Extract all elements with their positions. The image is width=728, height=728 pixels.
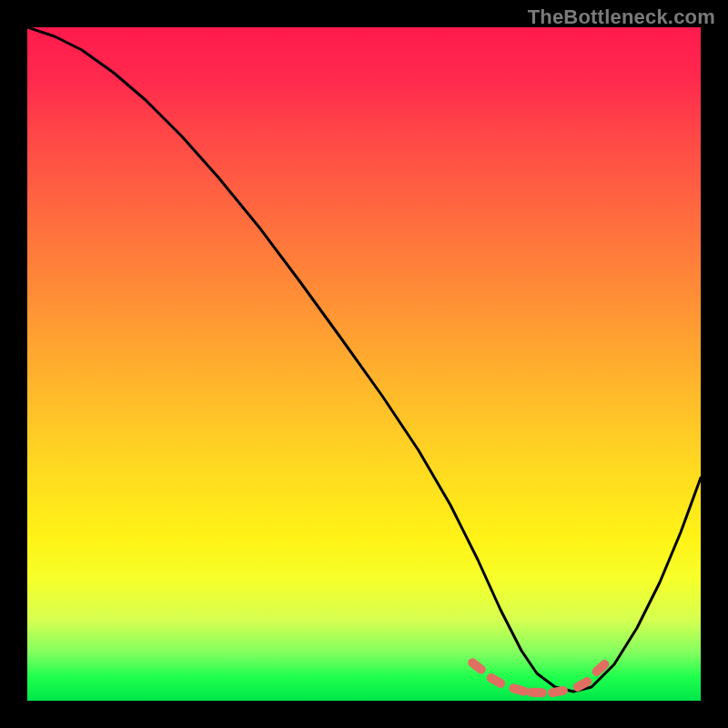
trough-marker [527, 687, 547, 697]
plot-area [27, 27, 701, 701]
chart-svg [27, 27, 701, 701]
bottleneck-curve [27, 27, 701, 692]
chart-frame: TheBottleneck.com [0, 0, 728, 728]
trough-marker [547, 685, 568, 698]
trough-marker [485, 672, 507, 690]
watermark-text: TheBottleneck.com [528, 5, 715, 29]
trough-marker [466, 656, 488, 675]
trough-marker [508, 682, 530, 697]
trough-marker [590, 658, 611, 678]
